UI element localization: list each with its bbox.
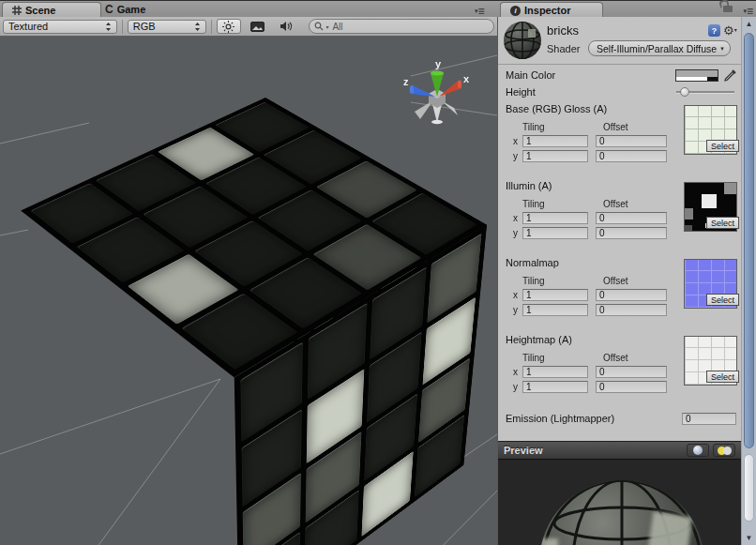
tiling-y-input[interactable] (522, 304, 588, 316)
preview-lighting-button[interactable] (713, 444, 735, 457)
lighting-toggle-button[interactable] (217, 19, 241, 34)
offset-x-input[interactable] (596, 289, 667, 301)
gizmo-y-label: y (435, 58, 442, 69)
tiling-x-input[interactable] (522, 289, 588, 301)
search-input[interactable] (330, 21, 489, 33)
texture-section-label: Normalmap (506, 257, 559, 268)
textured-cube[interactable] (119, 157, 369, 534)
offset-x-input[interactable] (596, 212, 667, 224)
scene-panel-menu-icon[interactable]: ▾≡ (475, 5, 484, 18)
tab-scene[interactable]: Scene (2, 2, 101, 18)
emission-label: Emission (Lightmapper) (506, 413, 614, 424)
inspector-scrollbar[interactable]: ▲ ▼ (741, 17, 756, 545)
unity-editor-window: Scene C Game ▾≡ i Inspector ▾≡ Textured (0, 0, 756, 545)
texture-select-button[interactable]: Select (706, 371, 739, 383)
speaker-icon (280, 21, 293, 32)
y-axis-label: y (513, 151, 522, 161)
tiling-x-input[interactable] (522, 135, 588, 147)
inspector-panel: bricks Shader Self-Illumin/Parallax Diff… (497, 17, 756, 545)
preview-area[interactable] (498, 460, 741, 545)
info-icon: i (510, 6, 521, 16)
texture-thumbnail[interactable]: Select (684, 259, 737, 309)
offset-x-input[interactable] (596, 135, 667, 147)
mini-sphere-light-patch (528, 29, 536, 38)
texture-thumbnail[interactable]: Select (684, 105, 737, 155)
texture-select-button[interactable]: Select (706, 294, 739, 306)
gizmo-z-cone[interactable] (411, 85, 435, 97)
tab-inspector[interactable]: i Inspector (500, 2, 603, 18)
tiling-y-input[interactable] (522, 227, 588, 239)
tiling-y-input[interactable] (522, 150, 588, 162)
emission-input[interactable] (682, 413, 736, 425)
texture-section: Heightmap (A) Tiling Offset x y Select (498, 334, 741, 411)
scroll-up-arrow[interactable]: ▲ (742, 20, 756, 28)
scene-viewport[interactable]: y x z (0, 37, 497, 545)
tab-scene-label: Scene (25, 5, 55, 16)
texture-thumbnail[interactable]: Select (684, 336, 737, 386)
tiling-y-input[interactable] (522, 381, 588, 393)
offset-y-input[interactable] (596, 150, 667, 162)
offset-y-input[interactable] (596, 381, 667, 393)
texture-thumbnail[interactable]: Select (684, 182, 737, 232)
main-color-swatch[interactable] (675, 69, 718, 82)
offset-header: Offset (603, 122, 628, 132)
shader-value: Self-Illumin/Parallax Diffuse (597, 43, 717, 54)
skybox-toggle-button[interactable] (246, 19, 270, 34)
scrollbar-thumb-lower[interactable] (744, 454, 754, 522)
shader-dropdown[interactable]: Self-Illumin/Parallax Diffuse ▾ (588, 40, 731, 56)
tiling-header: Tiling (522, 122, 603, 132)
tiling-header: Tiling (522, 353, 603, 363)
channels-dropdown[interactable]: RGB (128, 20, 206, 34)
offset-x-input[interactable] (596, 366, 667, 378)
tab-strip: Scene C Game ▾≡ i Inspector ▾≡ (0, 0, 756, 17)
tiling-x-input[interactable] (522, 366, 588, 378)
audio-toggle-button[interactable] (274, 19, 298, 34)
gizmo-x-label: x (463, 73, 470, 84)
texture-select-button[interactable]: Select (706, 217, 739, 229)
eyedropper-icon[interactable] (724, 69, 736, 82)
mini-sphere-grid (504, 22, 541, 59)
texture-section-label: Heightmap (A) (506, 334, 572, 345)
tab-game[interactable]: C Game (96, 2, 167, 17)
tab-game-label: Game (117, 4, 146, 15)
texture-section: Illumin (A) Tiling Offset x y Select (498, 180, 741, 257)
image-icon (250, 22, 265, 32)
help-icon[interactable]: ? (708, 24, 720, 37)
search-filter-caret[interactable]: ▾ (325, 23, 328, 30)
tab-inspector-label: Inspector (524, 5, 571, 16)
chevron-down-icon: ▾ (720, 45, 724, 53)
scrollbar-thumb[interactable] (744, 33, 754, 448)
search-icon (314, 22, 324, 31)
sphere-light-patch (647, 511, 692, 545)
scroll-down-arrow[interactable]: ▼ (742, 534, 756, 542)
lock-icon[interactable] (723, 6, 733, 12)
preview-mesh-button[interactable] (687, 444, 709, 457)
slider-knob[interactable] (680, 87, 689, 97)
offset-header: Offset (603, 276, 628, 286)
sphere-icon (693, 446, 703, 455)
render-mode-dropdown[interactable]: Textured (3, 20, 117, 34)
updown-arrows-icon (105, 22, 112, 32)
tiling-x-input[interactable] (522, 212, 588, 224)
scene-grid-icon (12, 6, 22, 15)
gear-icon[interactable]: ⚙ (723, 24, 735, 37)
material-header: bricks Shader Self-Illumin/Parallax Diff… (498, 17, 741, 65)
tiling-offset-fields: Tiling Offset x y (513, 122, 667, 162)
tiling-header: Tiling (522, 276, 603, 286)
render-mode-value: Textured (8, 21, 105, 32)
texture-select-button[interactable]: Select (706, 140, 739, 152)
scene-search-field[interactable]: ▾ (309, 19, 494, 34)
gizmo-y-cap (431, 71, 444, 76)
texture-section: Normalmap Tiling Offset x y Select (498, 257, 741, 334)
sun-off-icon (723, 447, 732, 455)
tiling-offset-fields: Tiling Offset x y (513, 353, 667, 393)
tiling-header: Tiling (522, 199, 603, 209)
offset-y-input[interactable] (596, 304, 667, 316)
orientation-gizmo[interactable]: y x z (401, 57, 473, 134)
inspector-panel-menu-icon[interactable]: ▾≡ (743, 5, 752, 18)
offset-y-input[interactable] (596, 227, 667, 239)
texture-section-label: Illumin (A) (506, 180, 552, 191)
height-slider[interactable] (676, 86, 734, 98)
material-preview-thumbnail (504, 22, 541, 59)
preview-header[interactable]: Preview (498, 441, 741, 460)
